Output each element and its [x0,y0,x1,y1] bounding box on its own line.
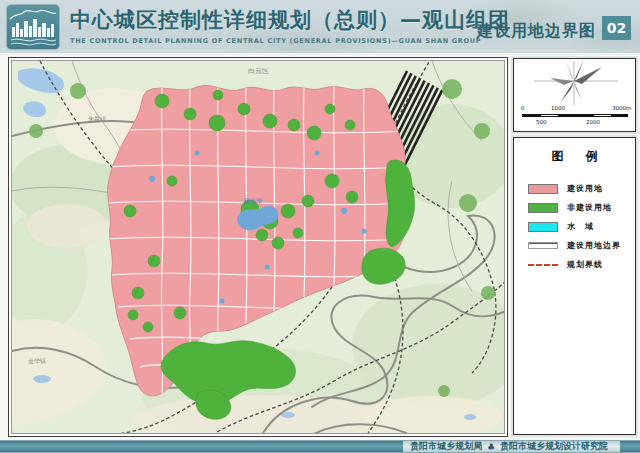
scale-label: 3000m [612,105,631,111]
title-block: 中心城区控制性详细规划（总则）—观山组团 THE CONTROL DETAIL … [70,6,510,45]
legend-items: 建设用地 非建设用地 水 域 建设用地边界 规划界线 [528,179,635,274]
wind-rose-north-arrow-icon [514,61,635,105]
legend-title: 图 例 [514,148,635,165]
scale-label: 1000 [551,105,565,111]
logo-graphic [7,5,59,49]
legend-label: 建设用地边界 [567,240,621,251]
map-canvas: 白云区 朱昌镇 金华镇 观山湖 [11,60,505,434]
page-title: 中心城区控制性详细规划（总则）—观山组团 [70,6,510,34]
legend-row-nonbuilt-land: 非建设用地 [528,198,635,217]
page-subtitle: THE CONTROL DETAIL PLANNING OF CENTRAL C… [70,37,510,45]
scale-label: 0 [521,105,525,111]
legend-row-water: 水 域 [528,217,635,236]
org-emblem-icon: ♣ [487,442,495,452]
plan-sheet: 中心城区控制性详细规划（总则）—观山组团 THE CONTROL DETAIL … [0,0,640,453]
footer-bar: 贵阳市城乡规划局 ♣ 贵阳市城乡规划设计研究院 [0,440,640,453]
footer-left-bar [0,441,403,452]
district-label: 白云区 [248,67,269,75]
planning-map: 白云区 朱昌镇 金华镇 观山湖 [12,61,505,434]
legend-label: 规划界线 [567,259,603,270]
planning-line-swatch [528,264,558,266]
legend-row-boundary: 建设用地边界 [528,236,635,255]
legend-row-built-land: 建设用地 [528,179,635,198]
legend-box: 图 例 建设用地 非建设用地 水 域 建设用地边界 规划界线 [513,137,636,435]
built-land-swatch [528,184,558,194]
legend-row-planning-line: 规划界线 [528,255,635,274]
sheet-number-badge: 02 [602,16,631,40]
footer-right-bar [620,441,640,452]
legend-label: 非建设用地 [567,202,612,213]
scale-track [522,114,628,117]
scale-label: 2000 [586,119,600,125]
scale-bar: 0 1000 3000m 500 2000 [522,105,628,125]
sheet-name: 建设用地边界图 [477,21,596,42]
header-bar: 中心城区控制性详细规划（总则）—观山组团 THE CONTROL DETAIL … [0,0,640,55]
org-design-institute: 贵阳市城乡规划设计研究院 [500,440,608,453]
town-label-left: 朱昌镇 [88,115,106,123]
org-planning-bureau: 贵阳市城乡规划局 [410,440,482,453]
boundary-line-swatch [528,242,558,249]
map-panel: 白云区 朱昌镇 金华镇 观山湖 [8,57,508,437]
compass-scale-box: 0 1000 3000m 500 2000 [513,58,636,132]
footer-credits: 贵阳市城乡规划局 ♣ 贵阳市城乡规划设计研究院 [403,441,615,452]
water-swatch [528,222,558,232]
legend-label: 建设用地 [567,183,603,194]
lake-label: 观山湖 [243,197,262,205]
city-skyline-logo-icon [7,5,59,49]
legend-label: 水 域 [567,221,594,232]
town-label-bottom-left: 金华镇 [27,357,46,364]
scale-label: 500 [536,119,547,125]
nonbuilt-land-swatch [528,203,558,213]
